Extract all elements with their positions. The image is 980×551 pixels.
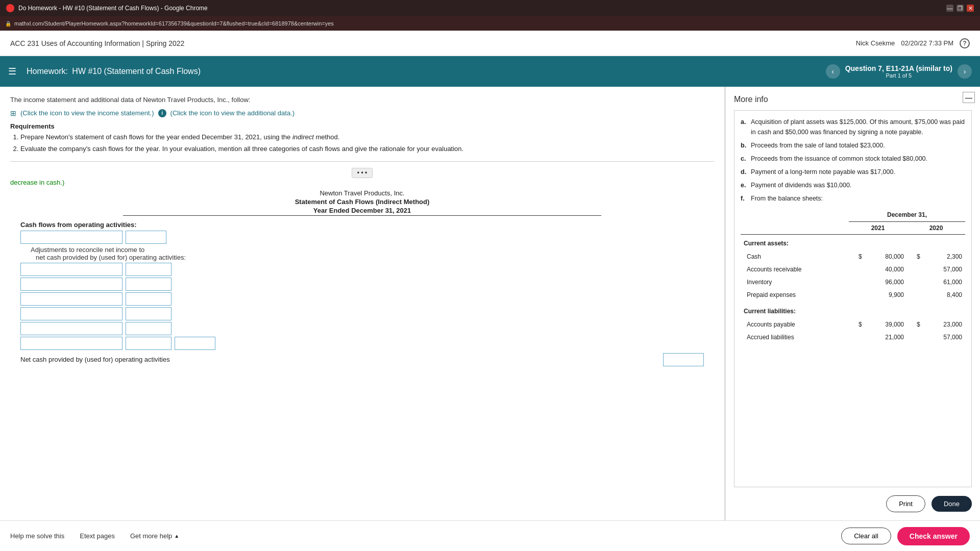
inventory-val-2020: 61,000 (923, 276, 965, 289)
cf-row-1 (20, 231, 704, 244)
done-button[interactable]: Done (932, 496, 972, 512)
address-bar: 🔒 mathxl.com/Student/PlayerHomework.aspx… (0, 16, 980, 31)
info-letter-c: c. (741, 154, 749, 164)
question-navigation: ‹ Question 7, E11-21A (similar to) Part … (826, 64, 972, 79)
balance-header: December 31, (849, 209, 965, 222)
prepaid-label: Prepaid expenses (741, 289, 849, 302)
username: Nick Csekme (856, 39, 895, 47)
ar-val-2021: 40,000 (865, 263, 907, 276)
adj-row-5 (20, 322, 704, 335)
adj-row-4 (20, 307, 704, 320)
window-title: Do Homework - HW #10 (Statement of Cash … (18, 5, 208, 12)
adj-input-label-3[interactable] (20, 292, 122, 306)
current-liabilities-header: Current liabilities: (741, 302, 965, 318)
adj-input-value-6a[interactable] (126, 337, 172, 350)
next-question-button[interactable]: › (958, 64, 972, 79)
adj-input-label-2[interactable] (20, 278, 122, 291)
problem-intro: The income statement and additional data… (10, 95, 714, 105)
ar-sym-2021 (849, 263, 865, 276)
etext-pages-link[interactable]: Etext pages (80, 532, 115, 540)
adj-input-value-2[interactable] (126, 278, 172, 291)
cash-sym-2021: $ (849, 251, 865, 263)
adj-input-label-6[interactable] (20, 337, 122, 350)
company-name: Newton Travel Products, Inc. (20, 189, 704, 197)
maximize-button[interactable]: ❐ (957, 5, 964, 12)
url-text[interactable]: mathxl.com/Student/PlayerHomework.aspx?h… (14, 20, 334, 27)
ar-label: Accounts receivable (741, 263, 849, 276)
adj-input-label-1[interactable] (20, 263, 122, 276)
adj-input-label-5[interactable] (20, 322, 122, 335)
info-text-c: Proceeds from the issuance of common sto… (751, 154, 927, 164)
caret-up-icon: ▲ (174, 533, 179, 539)
additional-data-info-icon[interactable]: i (158, 109, 166, 117)
ar-sym-2020 (907, 263, 923, 276)
cf-input-label-1[interactable] (20, 231, 122, 244)
nav-bar: ☰ Homework: HW #10 (Statement of Cash Fl… (0, 56, 980, 87)
adj-input-value-1[interactable] (126, 263, 172, 276)
title-bar: Do Homework - HW #10 (Statement of Cash … (0, 0, 980, 16)
ap-label: Accounts payable (741, 318, 849, 331)
info-text-b: Proceeds from the sale of land totaled $… (751, 140, 885, 151)
homework-title: Homework: HW #10 (Statement of Cash Flow… (27, 67, 203, 76)
clear-all-button[interactable]: Clear all (841, 528, 891, 544)
panel-buttons: Print Done (734, 495, 972, 512)
top-header: ACC 231 Uses of Accounting Information |… (0, 31, 980, 56)
adj-input-value-6b[interactable] (175, 337, 215, 350)
balance-row-ap: Accounts payable $ 39,000 $ 23,000 (741, 318, 965, 331)
check-answer-button[interactable]: Check answer (897, 527, 970, 545)
lock-icon: 🔒 (5, 21, 11, 27)
bottom-toolbar: Help me solve this Etext pages Get more … (0, 520, 980, 551)
hamburger-menu[interactable]: ☰ (8, 66, 16, 77)
get-more-help-button[interactable]: Get more help ▲ (130, 532, 179, 540)
minimize-panel-button[interactable]: — (963, 92, 975, 103)
adj-input-value-4[interactable] (126, 307, 172, 320)
additional-data-link[interactable]: (Click the icon to view the additional d… (170, 109, 295, 117)
section-divider (10, 161, 714, 162)
balance-row-prepaid: Prepaid expenses 9,900 8,400 (741, 289, 965, 302)
adj-row-6 (20, 337, 704, 350)
ap-val-2021: 39,000 (865, 318, 907, 331)
question-title: Question 7, E11-21A (similar to) (845, 64, 952, 72)
help-icon[interactable]: ? (960, 38, 970, 48)
info-text-f: From the balance sheets: (751, 193, 823, 204)
adj-row-2 (20, 278, 704, 291)
income-statement-link[interactable]: (Click the icon to view the income state… (20, 109, 154, 117)
cf-input-value-1[interactable] (126, 231, 166, 244)
close-button[interactable]: ✕ (967, 5, 974, 12)
current-assets-header: Current assets: (741, 235, 965, 251)
info-item-a: a. Acquisition of plant assets was $125,… (741, 117, 965, 137)
info-text-e: Payment of dividends was $10,000. (751, 180, 851, 190)
adj-input-label-4[interactable] (20, 307, 122, 320)
info-letter-e: e. (741, 180, 749, 190)
cf-operating-label: Cash flows from operating activities: (20, 221, 704, 229)
income-statement-table-icon: ⊞ (10, 109, 16, 117)
info-text-a: Acquisition of plant assets was $125,000… (751, 117, 965, 137)
info-letter-a: a. (741, 117, 749, 137)
net-cash-input[interactable] (663, 353, 704, 366)
help-me-solve-link[interactable]: Help me solve this (10, 532, 64, 540)
prev-question-button[interactable]: ‹ (826, 64, 840, 79)
ar-val-2020: 57,000 (923, 263, 965, 276)
adj-input-value-5[interactable] (126, 322, 172, 335)
col-2021: 2021 (849, 222, 907, 235)
net-cash-row: Net cash provided by (used for) operatin… (20, 353, 704, 366)
ap-val-2020: 23,000 (923, 318, 965, 331)
question-part: Part 1 of 5 (845, 72, 952, 79)
balance-row-inventory: Inventory 96,000 61,000 (741, 276, 965, 289)
adj-input-value-3[interactable] (126, 292, 172, 306)
left-panel: The income statement and additional data… (0, 87, 725, 520)
minimize-button[interactable]: — (946, 5, 953, 12)
print-button[interactable]: Print (886, 495, 925, 512)
accrued-val-2020: 57,000 (923, 331, 965, 344)
course-title: ACC 231 Uses of Accounting Information |… (10, 39, 184, 47)
info-item-e: e. Payment of dividends was $10,000. (741, 180, 965, 190)
requirement-2: Evaluate the company's cash flows for th… (20, 144, 714, 154)
more-info-title: More info (734, 95, 972, 104)
ap-sym-2020: $ (907, 318, 923, 331)
cash-val-2020: 2,300 (923, 251, 965, 263)
adj-label-2: net cash provided by (used for) operatin… (36, 254, 704, 261)
cash-val-2021: 80,000 (865, 251, 907, 263)
info-item-c: c. Proceeds from the issuance of common … (741, 154, 965, 164)
right-panel: More info — a. Acquisition of plant asse… (725, 87, 980, 520)
window-controls[interactable]: — ❐ ✕ (946, 5, 974, 12)
